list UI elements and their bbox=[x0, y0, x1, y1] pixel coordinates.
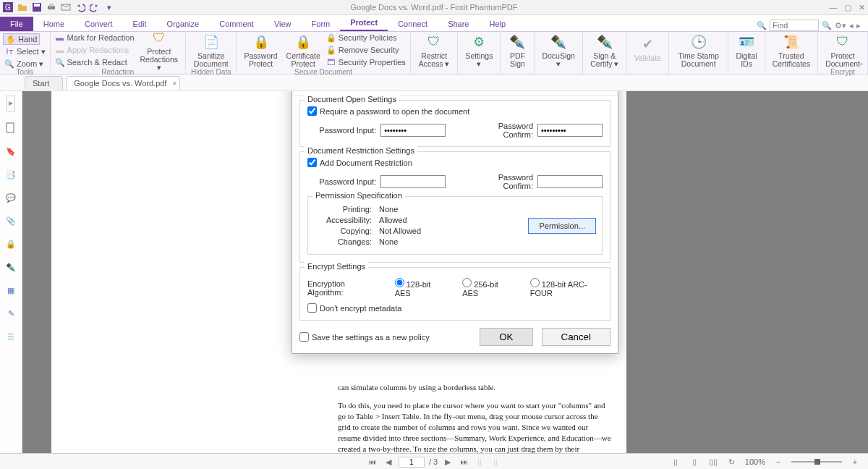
attachments-panel-icon[interactable]: 📎 bbox=[4, 214, 17, 227]
undo-icon[interactable] bbox=[75, 2, 85, 12]
nav-next-result-icon[interactable]: ▸ bbox=[856, 21, 861, 30]
tab-help[interactable]: Help bbox=[479, 17, 516, 31]
pages-panel-icon[interactable] bbox=[4, 122, 17, 135]
dont-encrypt-metadata-checkbox[interactable]: Don't encrypt metadata bbox=[307, 303, 603, 313]
svg-rect-5 bbox=[49, 4, 54, 7]
protect-redactions-button[interactable]: 🛡Protect Redactions ▾ bbox=[136, 28, 183, 72]
tab-file[interactable]: File bbox=[0, 17, 33, 31]
tab-connect[interactable]: Connect bbox=[388, 17, 438, 31]
encryption-algorithm-label: Encryption Algorithm: bbox=[307, 279, 376, 297]
find-go-icon[interactable]: 🔍 bbox=[822, 21, 832, 30]
radio-128-arc[interactable]: 128-bit ARC-FOUR bbox=[530, 278, 603, 297]
close-window-icon[interactable]: ✕ bbox=[859, 3, 865, 12]
settings-button[interactable]: ⚙Settings▾ bbox=[461, 33, 497, 68]
next-page-icon[interactable]: ▶ bbox=[442, 457, 454, 467]
find-input[interactable] bbox=[770, 20, 819, 31]
minimize-icon[interactable]: — bbox=[829, 3, 837, 12]
prev-page-icon[interactable]: ◀ bbox=[383, 457, 394, 467]
zoom-out-icon[interactable]: − bbox=[773, 457, 784, 466]
remove-security-button[interactable]: 🔓Remove Security bbox=[325, 44, 407, 56]
single-page-icon[interactable]: ▯ bbox=[670, 457, 681, 467]
mark-redaction-button[interactable]: ▬Mark for Redaction bbox=[54, 32, 136, 43]
tab-protect[interactable]: Protect bbox=[340, 15, 388, 31]
clock-icon: 🕒 bbox=[689, 33, 708, 51]
open-password-input[interactable] bbox=[380, 124, 446, 137]
lock-icon: 🔒 bbox=[252, 33, 271, 51]
security-panel-icon[interactable]: 🔒 bbox=[4, 237, 17, 250]
fields-panel-icon[interactable]: ▦ bbox=[4, 284, 17, 297]
timestamp-button[interactable]: 🕒Time Stamp Document bbox=[672, 33, 726, 68]
pdf-sign-button[interactable]: ✒️PDF Sign bbox=[503, 33, 531, 68]
tab-comment[interactable]: Comment bbox=[209, 17, 264, 31]
hand-tool[interactable]: ✋Hand bbox=[3, 33, 40, 45]
doctab-start[interactable]: Start bbox=[25, 76, 63, 90]
open-password-confirm-input[interactable] bbox=[537, 124, 603, 137]
security-policies-button[interactable]: 🔒Security Policies bbox=[325, 32, 407, 43]
zoom-slider[interactable] bbox=[791, 461, 842, 462]
open-icon[interactable] bbox=[17, 2, 27, 12]
tab-view[interactable]: View bbox=[264, 17, 302, 31]
restrict-password-confirm-input[interactable] bbox=[537, 175, 603, 188]
require-open-password-checkbox[interactable]: Require a password to open the document bbox=[307, 106, 603, 116]
digital-ids-button[interactable]: 🪪Digital IDs bbox=[731, 33, 761, 68]
zoom-in-icon[interactable]: + bbox=[849, 457, 861, 466]
restrict-access-button[interactable]: 🛡Restrict Access ▾ bbox=[414, 33, 455, 68]
search-redact-button[interactable]: 🔍Search & Redact bbox=[54, 56, 136, 68]
layers-panel-icon[interactable]: 📑 bbox=[4, 168, 17, 181]
bookmarks-panel-icon[interactable]: 🔖 bbox=[4, 145, 17, 158]
page-input[interactable] bbox=[399, 457, 425, 468]
email-icon[interactable] bbox=[61, 2, 71, 12]
save-as-policy-checkbox[interactable]: Save the settings as a new policy bbox=[299, 332, 430, 342]
sign-certify-button[interactable]: ✒️Sign & Certify ▾ bbox=[586, 33, 624, 68]
first-page-icon[interactable]: ⏮ bbox=[367, 457, 378, 466]
redo-icon[interactable] bbox=[90, 2, 100, 12]
sanitize-button[interactable]: 📄Sanitize Document bbox=[189, 33, 233, 68]
select-tool[interactable]: IᴛSelect ▾ bbox=[3, 46, 47, 57]
ok-button[interactable]: OK bbox=[480, 328, 532, 346]
tab-share[interactable]: Share bbox=[438, 17, 479, 31]
find-settings-icon[interactable]: ⚙▾ bbox=[835, 21, 846, 30]
document-tabs: Start Google Docs vs. Word.pdf× bbox=[0, 75, 868, 91]
facing-page-icon[interactable]: ▯▯ bbox=[707, 457, 719, 467]
trusted-certs-button[interactable]: 📜Trusted Certificates bbox=[768, 33, 815, 68]
restriction-legend: Document Restriction Settings bbox=[305, 146, 417, 155]
permission-button[interactable]: Permission... bbox=[528, 218, 596, 234]
tags-panel-icon[interactable]: ✎ bbox=[4, 307, 17, 320]
close-tab-icon[interactable]: × bbox=[172, 79, 176, 88]
radio-256-aes[interactable]: 256-bit AES bbox=[462, 278, 511, 297]
rotate-icon[interactable]: ↻ bbox=[726, 457, 738, 467]
tab-home[interactable]: Home bbox=[33, 17, 75, 31]
dialog-close-icon[interactable]: × bbox=[606, 91, 612, 92]
protect-doc-button[interactable]: 🛡Protect Document bbox=[821, 33, 864, 68]
cancel-button[interactable]: Cancel bbox=[542, 328, 611, 346]
find-box[interactable]: 🔍 🔍 ⚙▾ ◂ ▸ bbox=[757, 20, 868, 31]
restrict-password-input[interactable] bbox=[380, 175, 446, 188]
password-protect-button[interactable]: 🔒Password Protect bbox=[239, 33, 281, 68]
nav-prev-result-icon[interactable]: ◂ bbox=[849, 21, 854, 30]
signatures-panel-icon[interactable]: ✒️ bbox=[4, 261, 17, 274]
security-properties-button[interactable]: 🗔Security Properties bbox=[325, 56, 407, 68]
doctab-document[interactable]: Google Docs vs. Word.pdf× bbox=[66, 76, 180, 90]
tab-convert[interactable]: Convert bbox=[75, 17, 123, 31]
print-icon[interactable] bbox=[46, 2, 56, 12]
order-panel-icon[interactable]: ☰ bbox=[4, 330, 17, 343]
view-mode-b-icon[interactable]: ▯ bbox=[490, 457, 501, 467]
continuous-page-icon[interactable]: ▯ bbox=[689, 457, 700, 467]
document-canvas[interactable]: can simulate columns by using a borderle… bbox=[22, 91, 868, 453]
qat-dropdown-icon[interactable]: ▾ bbox=[104, 2, 114, 12]
ribbon-group-tools: ✋Hand IᴛSelect ▾ 🔍Zoom ▾ Tools bbox=[0, 32, 51, 74]
certificate-protect-button[interactable]: 🔒Certificate Protect bbox=[282, 33, 325, 68]
tab-form[interactable]: Form bbox=[302, 17, 341, 31]
apply-redactions-button[interactable]: ▬Apply Redactions bbox=[54, 44, 136, 56]
radio-128-aes[interactable]: 128-bit AES bbox=[395, 278, 444, 297]
docusign-button[interactable]: ✒️DocuSign▾ bbox=[537, 33, 579, 68]
expand-panel-icon[interactable]: ▶ bbox=[7, 96, 15, 111]
comments-panel-icon[interactable]: 💬 bbox=[4, 191, 17, 204]
last-page-icon[interactable]: ⏭ bbox=[458, 457, 469, 466]
add-restriction-checkbox[interactable]: Add Document Restriction bbox=[307, 158, 603, 167]
collapse-ribbon-icon[interactable]: ˄ bbox=[859, 62, 864, 72]
open-settings-section: Document Open Settings Require a passwor… bbox=[299, 100, 610, 147]
maximize-icon[interactable]: ▢ bbox=[844, 3, 851, 12]
save-icon[interactable] bbox=[32, 2, 42, 12]
view-mode-a-icon[interactable]: ▯ bbox=[474, 457, 485, 467]
